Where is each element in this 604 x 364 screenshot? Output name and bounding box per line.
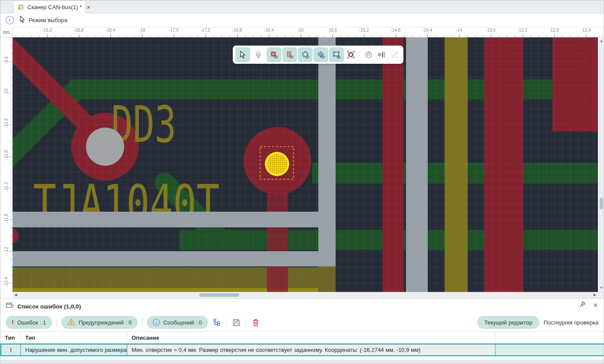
scroll-right-icon[interactable]: ▶ bbox=[594, 293, 596, 297]
tab-title: Сканер CAN-bus(1) * bbox=[27, 4, 82, 10]
gray-vertical-trace bbox=[406, 37, 428, 292]
canvas-float-toolbar: DC bbox=[233, 46, 403, 64]
tab-bar: Сканер CAN-bus(1) * × bbox=[0, 0, 604, 13]
pad-hole-gray bbox=[86, 128, 124, 166]
panel-close-icon[interactable]: × bbox=[594, 302, 597, 309]
select-tool-button[interactable] bbox=[235, 47, 250, 62]
pcb-canvas[interactable]: DD3 TJA1040T DC bbox=[13, 37, 598, 292]
error-icon: ! bbox=[12, 319, 14, 326]
current-editor-toggle[interactable]: Текущий редактор bbox=[477, 316, 539, 329]
messages-filter-button[interactable]: i Сообщений : 0 bbox=[147, 316, 208, 329]
row-error-icon: ! bbox=[10, 347, 12, 354]
selection-mode-button[interactable]: Режим выбора bbox=[19, 16, 67, 25]
aperture-button[interactable] bbox=[363, 47, 375, 62]
toolbar-separator bbox=[360, 50, 360, 59]
vertical-ruler: -9,6-10-10,4-10,8-11,2-11,6-12-12,4 bbox=[0, 37, 13, 292]
error-table: Тип Тип Описание ! Нарушение мин. допуст… bbox=[0, 331, 604, 356]
column-header-description: Описание bbox=[127, 332, 495, 343]
pin-icon[interactable] bbox=[579, 301, 586, 310]
drill-holes-button[interactable] bbox=[376, 47, 388, 62]
measure-button[interactable] bbox=[389, 47, 401, 62]
warnings-filter-button[interactable]: ! Предупреждений : 0 bbox=[61, 316, 138, 329]
board-outline-visibility-button[interactable] bbox=[329, 47, 344, 62]
scroll-left-icon[interactable]: ◀ bbox=[14, 293, 17, 297]
tab-close-icon[interactable]: × bbox=[86, 4, 90, 10]
vertical-scrollbar[interactable]: ▲ ▼ bbox=[598, 37, 604, 292]
delete-icon[interactable] bbox=[251, 317, 261, 328]
group-tree-icon[interactable] bbox=[211, 317, 222, 328]
pad-highlight-button[interactable] bbox=[345, 47, 357, 62]
column-header-severity: Тип bbox=[0, 332, 21, 343]
vias-visibility-button[interactable] bbox=[314, 47, 328, 62]
panel-header: ! Список ошибок (1,0,0) bbox=[6, 302, 81, 311]
selection-mode-label: Режим выбора bbox=[29, 17, 67, 23]
status-strip bbox=[0, 360, 604, 364]
traces-visibility-button[interactable] bbox=[282, 47, 297, 62]
scroll-down-icon[interactable]: ▼ bbox=[600, 286, 603, 290]
eda-window: Сканер CAN-bus(1) * × i Режим выбора mm … bbox=[0, 0, 604, 364]
tab-scanner-can-bus[interactable]: Сканер CAN-bus(1) * × bbox=[13, 0, 86, 13]
vertical-scroll-thumb[interactable] bbox=[600, 198, 603, 209]
panel-title: Список ошибок (1,0,0) bbox=[17, 303, 81, 310]
last-check-toggle[interactable]: Последняя проверка bbox=[544, 319, 598, 326]
error-list-icon: ! bbox=[6, 302, 13, 311]
row-type-cell: Нарушение мин. допустимого размера bbox=[21, 344, 127, 355]
scope-toggle: Текущий редактор Последняя проверка bbox=[477, 316, 598, 329]
editor-toolbar: i Режим выбора bbox=[0, 13, 604, 27]
svg-text:DC: DC bbox=[256, 51, 261, 54]
errors-filter-button[interactable]: ! Ошибок : 1 bbox=[6, 316, 52, 329]
svg-text:!: ! bbox=[12, 304, 13, 309]
info-icon[interactable]: i bbox=[6, 16, 14, 24]
pads-visibility-button[interactable] bbox=[267, 47, 281, 62]
ruler-unit-label: mm bbox=[0, 27, 13, 37]
save-icon[interactable] bbox=[231, 317, 241, 328]
horizontal-scrollbar[interactable]: ◀ ▶ bbox=[13, 292, 598, 298]
pcb-document-icon bbox=[17, 3, 24, 12]
scroll-up-icon[interactable]: ▲ bbox=[600, 39, 603, 43]
row-empty-cell bbox=[495, 344, 604, 355]
error-list-panel: ! Список ошибок (1,0,0) × ! Ошибок : 1 !… bbox=[0, 298, 604, 364]
polygons-visibility-button[interactable] bbox=[298, 47, 313, 62]
dc-filter-button[interactable]: DC bbox=[251, 47, 266, 62]
column-header-type: Тип bbox=[21, 332, 127, 343]
cursor-icon bbox=[19, 16, 26, 25]
horizontal-ruler: mm -19,2-18,8-18,4-18-17,6-17,2-16,8-16,… bbox=[0, 27, 604, 37]
panel-window-controls: × bbox=[579, 301, 597, 310]
row-description-cell: Мин. отверстие = 0,4 мм. Размер отверсти… bbox=[127, 344, 495, 355]
svg-text:!: ! bbox=[70, 321, 72, 325]
panel-toolbar: ! Ошибок : 1 ! Предупреждений : 0 i Сооб… bbox=[6, 316, 261, 329]
warning-icon: ! bbox=[67, 318, 75, 327]
error-table-row[interactable]: ! Нарушение мин. допустимого размера Мин… bbox=[0, 344, 604, 356]
error-table-header: Тип Тип Описание bbox=[0, 331, 604, 344]
horizontal-scroll-thumb[interactable] bbox=[199, 293, 239, 297]
message-info-icon: i bbox=[153, 319, 160, 326]
scrollbar-corner bbox=[598, 292, 604, 298]
